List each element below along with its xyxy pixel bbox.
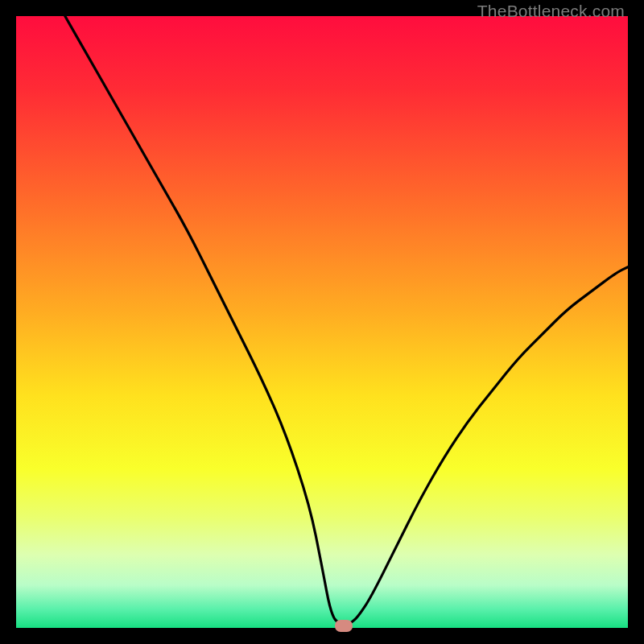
gradient-background [16,16,628,628]
watermark-text: TheBottleneck.com [477,2,625,21]
optimum-marker [335,620,353,632]
bottleneck-chart [16,16,628,628]
